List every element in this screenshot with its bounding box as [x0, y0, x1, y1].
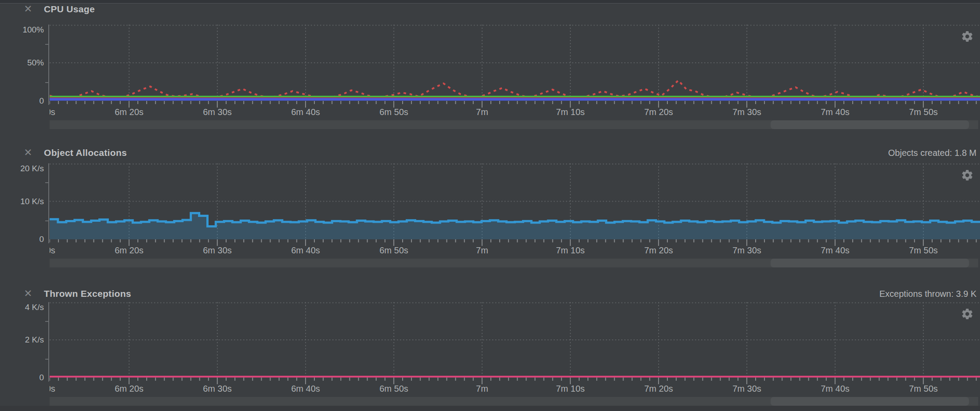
thrown-exceptions-chart[interactable]: [50, 302, 980, 378]
cpu-usage-chart[interactable]: [50, 25, 980, 101]
x-axis-label: 6m 20s: [115, 384, 144, 394]
x-axis-label: 6m 40s: [291, 384, 320, 394]
x-axis-label: 7m 20s: [644, 245, 673, 256]
panel-stat: Objects created: 1.8 M: [888, 148, 976, 158]
x-axis-label: 7m 40s: [821, 245, 850, 256]
x-axis-label: 6m 50s: [379, 245, 408, 256]
y-axis-label: 4 K/s: [0, 303, 44, 312]
close-icon[interactable]: ✕: [22, 147, 34, 158]
x-axis-label: 7m 50s: [909, 107, 938, 117]
h-scrollbar[interactable]: [50, 120, 978, 129]
x-axis-label: 6m 20s: [115, 107, 144, 117]
panel-title: Object Allocations: [44, 147, 127, 159]
x-axis-label: 7m: [476, 107, 488, 117]
x-axis-label: 7m 40s: [821, 384, 850, 394]
x-axis-label: 7m 50s: [909, 384, 938, 394]
close-icon[interactable]: ✕: [22, 3, 34, 14]
x-axis-label: 7m 40s: [821, 107, 850, 117]
object-allocations-chart[interactable]: [50, 163, 980, 239]
y-axis-label: 0: [0, 96, 44, 106]
panel-stat: Exceptions thrown: 3.9 K: [879, 288, 976, 299]
x-axis-label: 7m 10s: [556, 384, 585, 394]
x-axis-label: 6m 30s: [203, 107, 232, 117]
profiler-window: ✕ CPU Usage 100% 50% 0 6m 10s6m 20s6m 30…: [0, 0, 980, 411]
y-axis-minor-tick: [45, 359, 49, 360]
y-axis-minor-tick: [45, 44, 49, 45]
x-axis-label: 7m 20s: [644, 384, 673, 394]
x-axis-label: 6m 20s: [115, 245, 144, 256]
x-axis-label: 6m 10s: [50, 107, 55, 117]
y-axis-line: [48, 163, 49, 243]
x-axis-label: 7m 30s: [732, 245, 761, 256]
h-scrollbar-thumb[interactable]: [771, 259, 969, 267]
x-axis-label: 6m 40s: [291, 245, 320, 256]
y-axis-label: 100%: [0, 25, 44, 35]
x-axis-label: 6m 30s: [203, 245, 232, 256]
close-icon[interactable]: ✕: [22, 288, 34, 299]
y-axis-label: 50%: [0, 58, 44, 68]
x-axis-label: 6m 50s: [379, 384, 408, 394]
y-axis-line: [48, 302, 49, 382]
x-axis-label: 7m 10s: [556, 245, 585, 256]
panel-title: Thrown Exceptions: [44, 288, 131, 299]
h-scrollbar-thumb[interactable]: [771, 397, 969, 406]
x-axis-label: 6m 30s: [203, 384, 232, 394]
x-axis-label: 6m 50s: [379, 107, 408, 117]
x-axis-label: 6m 40s: [291, 107, 320, 117]
x-axis-label: 6m 10s: [50, 384, 55, 394]
y-axis-minor-tick: [45, 182, 49, 183]
x-axis-label: 7m: [476, 384, 488, 394]
x-axis-label: 6m 10s: [50, 245, 55, 256]
y-axis-label: 20 K/s: [0, 164, 44, 173]
y-axis-minor-tick: [45, 220, 49, 221]
x-axis-label: 7m 30s: [732, 384, 761, 394]
x-axis-label: 7m: [476, 245, 488, 256]
y-axis-label: 0: [0, 373, 44, 382]
x-axis-label: 7m 30s: [732, 107, 761, 117]
gear-icon[interactable]: [961, 307, 974, 321]
y-axis-minor-tick: [45, 321, 49, 322]
h-scrollbar[interactable]: [50, 397, 978, 406]
top-border: [0, 0, 980, 4]
gear-icon[interactable]: [961, 30, 974, 43]
x-axis-label: 7m 20s: [644, 107, 673, 117]
x-axis-label: 7m 10s: [556, 107, 585, 117]
y-axis-label: 10 K/s: [0, 197, 44, 206]
bottom-strip: [0, 406, 980, 411]
y-axis-label: 0: [0, 234, 44, 244]
gear-icon[interactable]: [961, 169, 974, 182]
h-scrollbar[interactable]: [50, 259, 978, 267]
panel-title: CPU Usage: [44, 3, 95, 15]
x-axis-label: 7m 50s: [909, 245, 938, 256]
y-axis-label: 2 K/s: [0, 335, 44, 345]
h-scrollbar-thumb[interactable]: [771, 120, 969, 129]
y-axis-line: [48, 25, 49, 105]
y-axis-minor-tick: [45, 82, 49, 83]
x-axis-labels: 6m 10s6m 20s6m 30s6m 40s6m 50s7m7m 10s7m…: [50, 107, 980, 119]
x-axis-labels: 6m 10s6m 20s6m 30s6m 40s6m 50s7m7m 10s7m…: [50, 384, 980, 395]
x-axis-labels: 6m 10s6m 20s6m 30s6m 40s6m 50s7m7m 10s7m…: [50, 245, 980, 257]
